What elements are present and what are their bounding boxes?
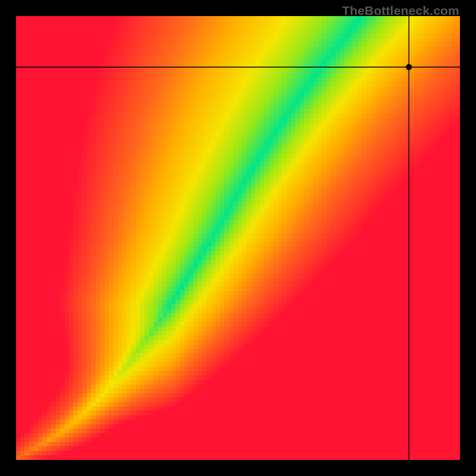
watermark-text: TheBottleneck.com <box>342 4 459 18</box>
bottleneck-heatmap <box>16 16 460 460</box>
